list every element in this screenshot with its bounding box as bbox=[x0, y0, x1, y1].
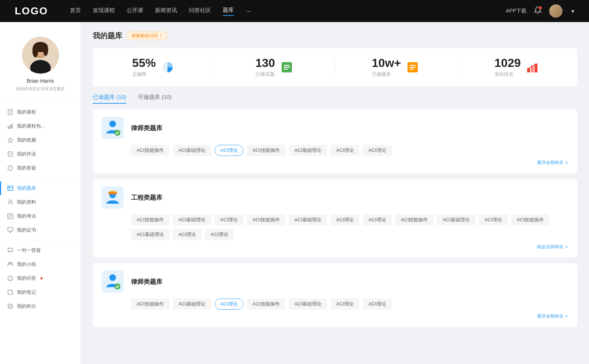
subject-tag[interactable]: ACI技能操作 bbox=[131, 214, 169, 225]
subject-tag[interactable]: ACI理论 bbox=[479, 214, 508, 225]
subject-tag[interactable]: ACI理论 bbox=[173, 229, 202, 240]
subject-tag[interactable]: ACI技能操作 bbox=[131, 145, 169, 156]
main-layout: Brian Harris 错误的决定比没有决定要好 我的课程 我的课程包... … bbox=[0, 22, 589, 364]
sidebar-item-qa[interactable]: ? 我的答疑 bbox=[0, 161, 81, 175]
sidebar-label-certificate: 我的证书 bbox=[17, 227, 36, 233]
expand-engineer[interactable]: 收起全部科目 ∧ bbox=[102, 244, 568, 250]
stat-label-accuracy: 正确率 bbox=[132, 71, 156, 78]
subject-tag[interactable]: ACI理论 bbox=[331, 214, 359, 225]
subject-tag[interactable]: ACI技能操作 bbox=[247, 145, 285, 156]
sidebar-item-exam[interactable]: 我的考试 bbox=[0, 209, 81, 223]
notification-bell[interactable] bbox=[534, 6, 542, 16]
sidebar-item-points[interactable]: 我的积分 bbox=[0, 299, 81, 313]
sidebar-item-profile[interactable]: 我的资料 bbox=[0, 195, 81, 209]
subject-tag[interactable]: ACI技能操作 bbox=[247, 299, 285, 310]
subject-tag[interactable]: ACI理论 bbox=[331, 145, 359, 156]
subject-tag[interactable]: ACI技能操作 bbox=[395, 214, 434, 225]
done-banks-icon bbox=[406, 61, 419, 74]
stat-text-done-banks: 10w+ 已做题库 bbox=[372, 57, 401, 78]
sidebar-item-notes[interactable]: 我的笔记 bbox=[0, 285, 81, 299]
tab-available[interactable]: 可做题库 (10) bbox=[138, 94, 172, 104]
subject-tag[interactable]: ACI基础理论 bbox=[173, 145, 211, 156]
expand-lawyer1[interactable]: 展开全部科目 ∨ bbox=[102, 160, 568, 166]
avatar-svg bbox=[22, 37, 59, 74]
subject-tag[interactable]: ACI技能操作 bbox=[511, 214, 550, 225]
engineer-svg bbox=[103, 188, 122, 207]
user-menu-chevron[interactable]: ▾ bbox=[571, 8, 574, 15]
sidebar-label-homework: 我的作业 bbox=[17, 151, 36, 157]
sidebar-label-profile: 我的资料 bbox=[17, 199, 36, 206]
subject-tag[interactable]: ACI基础理论 bbox=[173, 214, 211, 225]
subject-tag[interactable]: ACI基础理论 bbox=[289, 299, 327, 310]
homework-icon bbox=[7, 151, 13, 157]
subject-tags-lawyer1: ACI技能操作ACI基础理论ACI理论ACI技能操作ACI基础理论ACI理论AC… bbox=[102, 145, 568, 156]
sidebar-item-group[interactable]: 我的小组 bbox=[0, 257, 81, 271]
subject-tag[interactable]: ACI理论 bbox=[215, 214, 243, 225]
tab-done[interactable]: 已做题库 (10) bbox=[93, 94, 126, 104]
profile-section: Brian Harris 错误的决定比没有决定要好 bbox=[0, 29, 81, 97]
subject-tag[interactable]: ACI技能操作 bbox=[131, 299, 169, 310]
subject-tag[interactable]: ACI技能操作 bbox=[247, 214, 285, 225]
profile-motto: 错误的决定比没有决定要好 bbox=[16, 86, 65, 92]
qbank-title-lawyer1: 律师类题库 bbox=[131, 124, 162, 132]
nav-links: 首页 发现课程 公开课 新闻资讯 问答社区 题库 ··· bbox=[70, 7, 506, 16]
sidebar-label-qa: 我的答疑 bbox=[17, 165, 36, 171]
sidebar-label-group: 我的小组 bbox=[17, 261, 36, 268]
question-circle-icon: ? bbox=[7, 165, 13, 171]
subject-tag[interactable]: ACI基础理论 bbox=[131, 229, 169, 240]
subject-tag[interactable]: ACI理论 bbox=[215, 299, 243, 310]
stat-accuracy: 55% 正确率 bbox=[93, 57, 214, 78]
lawyer-icon-1 bbox=[102, 117, 124, 139]
nav-news[interactable]: 新闻资讯 bbox=[155, 7, 177, 15]
exam-icon bbox=[7, 213, 13, 219]
subject-tag[interactable]: ACI理论 bbox=[363, 145, 392, 156]
sidebar-label-notes: 我的笔记 bbox=[17, 289, 36, 296]
sidebar-item-favorites[interactable]: 我的收藏 bbox=[0, 133, 81, 147]
svg-rect-10 bbox=[8, 126, 9, 129]
nav-discover[interactable]: 发现课程 bbox=[93, 7, 115, 15]
nav-qbank[interactable]: 题库 bbox=[223, 7, 234, 16]
logo[interactable]: LOGO bbox=[15, 5, 48, 17]
stat-rank: 1029 全站排名 bbox=[456, 57, 577, 78]
sidebar-label-course: 我的课程 bbox=[17, 109, 36, 115]
nav-qa[interactable]: 问答社区 bbox=[189, 7, 211, 15]
myqa-icon: ? bbox=[7, 275, 13, 281]
pie-chart-icon bbox=[161, 61, 174, 74]
svg-rect-14 bbox=[8, 152, 13, 156]
subject-tag[interactable]: ACI理论 bbox=[215, 145, 243, 156]
qbank-card-lawyer1: 律师类题库 ACI技能操作ACI基础理论ACI理论ACI技能操作ACI基础理论A… bbox=[93, 110, 577, 173]
nav-more[interactable]: ··· bbox=[246, 7, 251, 15]
sidebar-item-course-package[interactable]: 我的课程包... bbox=[0, 119, 81, 133]
expand-lawyer2[interactable]: 展开全部科目 ∨ bbox=[102, 313, 568, 320]
sidebar-item-homework[interactable]: 我的作业 bbox=[0, 147, 81, 161]
sidebar-item-question-bank[interactable]: 我的题库 bbox=[0, 181, 81, 195]
subject-tag[interactable]: ACI理论 bbox=[331, 299, 359, 310]
list-green-icon bbox=[280, 61, 293, 74]
nav-opencourse[interactable]: 公开课 bbox=[127, 7, 143, 15]
sidebar-item-one-on-one[interactable]: 一对一答疑 bbox=[0, 243, 81, 257]
qbank-card-engineer: 工程类题库 ACI技能操作ACI基础理论ACI理论ACI技能操作ACI基础理论A… bbox=[93, 179, 577, 257]
nav-home[interactable]: 首页 bbox=[70, 7, 81, 15]
sidebar-item-certificate[interactable]: 我的证书 bbox=[0, 223, 81, 237]
subject-tag[interactable]: ACI基础理论 bbox=[289, 214, 327, 225]
user-avatar[interactable] bbox=[549, 4, 562, 18]
subject-tag[interactable]: ACI理论 bbox=[205, 229, 234, 240]
subject-tag[interactable]: ACI基础理论 bbox=[173, 299, 211, 310]
subject-tag[interactable]: ACI理论 bbox=[363, 299, 392, 310]
sidebar-divider-2 bbox=[0, 178, 81, 178]
sidebar-item-my-qa[interactable]: ? 我的问答 bbox=[0, 271, 81, 285]
subject-tag[interactable]: ACI基础理论 bbox=[437, 214, 475, 225]
profile-name: Brian Harris bbox=[27, 78, 54, 84]
svg-rect-54 bbox=[108, 192, 117, 194]
app-download-button[interactable]: APP下载 bbox=[506, 8, 526, 14]
subject-tag[interactable]: ACI理论 bbox=[363, 214, 392, 225]
svg-point-5 bbox=[43, 44, 48, 56]
svg-point-30 bbox=[8, 263, 10, 264]
stat-value-done-questions: 130 bbox=[255, 57, 275, 69]
navbar: LOGO 首页 发现课程 公开课 新闻资讯 问答社区 题库 ··· APP下载 … bbox=[0, 0, 589, 22]
stat-text-done-questions: 130 已做试题 bbox=[255, 57, 275, 78]
sidebar-divider-1 bbox=[0, 100, 81, 101]
subject-tag[interactable]: ACI基础理论 bbox=[289, 145, 327, 156]
sidebar-item-course[interactable]: 我的课程 bbox=[0, 105, 81, 119]
stat-value-done-banks: 10w+ bbox=[372, 57, 401, 69]
